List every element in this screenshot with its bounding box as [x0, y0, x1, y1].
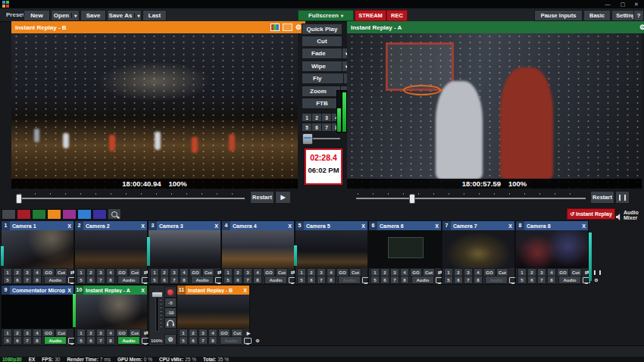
color-bars-icon[interactable] [270, 23, 280, 31]
help-button[interactable]: ? [633, 10, 644, 21]
bus-7-button[interactable]: 7 [96, 276, 105, 284]
bus-7-button[interactable]: 7 [464, 276, 473, 284]
preview-a-scrub-handle[interactable] [409, 194, 415, 204]
bus-5-button[interactable]: 5 [179, 336, 188, 345]
preset-save-as-button[interactable]: Save As▾ [107, 10, 142, 21]
color-swatch[interactable] [47, 209, 61, 220]
input-thumbnail[interactable] [222, 230, 294, 268]
close-input-button[interactable]: X [212, 223, 220, 229]
input-thumbnail[interactable] [516, 230, 588, 268]
bus-8-button[interactable]: 8 [106, 336, 115, 345]
input-tile-header[interactable]: 5 Camera 5 X [295, 221, 367, 230]
audio-button[interactable]: Audio [117, 336, 140, 345]
audio-button[interactable]: Audio [264, 276, 287, 284]
bus-5-button[interactable]: 5 [517, 276, 527, 284]
bus-5-button[interactable]: 5 [3, 336, 12, 345]
bus-6-button[interactable]: 6 [13, 276, 22, 284]
close-input-button[interactable]: X [139, 288, 147, 293]
bus-8-button[interactable]: 8 [253, 276, 262, 284]
bus-8-button[interactable]: 8 [33, 336, 42, 345]
input-gear-button[interactable]: ⚙ [592, 276, 601, 284]
bus-5-button[interactable]: 5 [297, 276, 306, 284]
preview-a-restart-button[interactable]: Restart [590, 191, 614, 204]
input-tile-8[interactable]: 8 Camera 8 X 1234GOCut⇄ 5678Audio⚙ [515, 220, 589, 285]
bus-6-button[interactable]: 6 [189, 336, 198, 345]
transition-tbar-track[interactable] [313, 138, 340, 139]
preview-a-pause-button[interactable] [615, 191, 630, 204]
color-swatch[interactable] [62, 209, 77, 220]
instant-replay-button[interactable]: ↺Instant Replay [567, 208, 615, 220]
audio-button[interactable]: Audio [411, 276, 434, 284]
color-swatch[interactable] [77, 209, 92, 220]
input-tile-header[interactable]: 6 Camera 6 X [369, 221, 441, 230]
close-input-button[interactable]: X [286, 223, 294, 229]
replay-camera-1-button[interactable]: 1 [302, 113, 312, 122]
bus-7-button[interactable]: 7 [243, 276, 252, 284]
input-tile-10[interactable]: 10 Instant Replay - A X 1234GOCut⇄ 5678A… [74, 285, 148, 346]
bus-8-button[interactable]: 8 [208, 336, 217, 345]
bus-5-button[interactable]: 5 [444, 276, 453, 284]
minus-5db-button[interactable]: -5 [164, 298, 177, 307]
master-fader-handle[interactable] [152, 292, 163, 298]
bus-5-button[interactable]: 5 [370, 276, 380, 284]
input-tile-9[interactable]: 9 Commentator Microphone X 1234GOCut 567… [1, 285, 74, 346]
bus-7-button[interactable]: 7 [23, 276, 32, 284]
bus-6-button[interactable]: 6 [86, 276, 95, 284]
close-input-button[interactable]: X [433, 223, 441, 229]
replay-camera-2-button[interactable]: 2 [311, 113, 322, 122]
bus-6-button[interactable]: 6 [86, 336, 95, 345]
bus-6-button[interactable]: 6 [160, 276, 169, 284]
input-tile-header[interactable]: 7 Camera 7 X [442, 221, 514, 230]
input-thumbnail[interactable] [2, 295, 73, 329]
bus-8-button[interactable]: 8 [474, 276, 483, 284]
audio-button[interactable]: Audio [485, 276, 508, 284]
preview-b-video[interactable]: 18:00:40.94 100% [11, 33, 298, 189]
bus-5-button[interactable]: 5 [3, 276, 12, 284]
bus-8-button[interactable]: 8 [33, 276, 42, 284]
pause-inputs-button[interactable]: Pause Inputs [534, 10, 583, 21]
replay-camera-3-button[interactable]: 3 [321, 113, 332, 122]
input-tile-header[interactable]: 9 Commentator Microphone X [2, 286, 73, 295]
input-tile-7[interactable]: 7 Camera 7 X 1234GOCut 5678Audio⚙ [442, 220, 515, 285]
bus-8-button[interactable]: 8 [327, 276, 336, 284]
preset-open-button[interactable]: Open▾ [51, 10, 80, 21]
preview-b-gear-icon[interactable]: ⚙ [295, 23, 302, 31]
bus-8-button[interactable]: 8 [180, 276, 189, 284]
input-tile-6[interactable]: 6 Camera 6 X 1234GOCut⇄▶ 5678Audio⚙ [368, 220, 442, 285]
input-thumbnail[interactable] [442, 230, 514, 268]
input-tile-header[interactable]: 10 Instant Replay - A X [75, 286, 147, 295]
fade-transition-button[interactable]: Fade▾ [302, 48, 352, 59]
master-audio-button[interactable] [164, 286, 177, 298]
preview-b-scrub-track[interactable] [18, 198, 245, 199]
preset-new-button[interactable]: New [23, 10, 50, 21]
input-thumbnail[interactable] [177, 295, 249, 329]
bus-6-button[interactable]: 6 [307, 276, 316, 284]
bus-7-button[interactable]: 7 [317, 276, 326, 284]
bus-5-button[interactable]: 5 [77, 336, 86, 345]
rec-indicator-button[interactable]: REC [386, 10, 408, 21]
minus-10db-button[interactable]: -10 [164, 307, 177, 317]
preview-b-scrub-handle[interactable] [16, 194, 22, 204]
window-minimize-button[interactable]: — [602, 0, 614, 8]
bus-8-button[interactable]: 8 [547, 276, 556, 284]
camera-icon[interactable] [283, 23, 292, 31]
audio-button[interactable]: Audio [191, 276, 214, 284]
quick-play-button[interactable]: Quick Play [302, 23, 342, 35]
replay-camera-5-button[interactable]: 5 [302, 123, 312, 132]
preview-a-video[interactable]: 18:00:57.59 100% [347, 33, 642, 189]
preview-a-scrub-track[interactable] [356, 198, 586, 199]
close-input-button[interactable]: X [506, 223, 514, 229]
close-input-button[interactable]: X [359, 223, 367, 229]
speaker-icon[interactable] [616, 210, 623, 223]
bus-7-button[interactable]: 7 [390, 276, 399, 284]
input-tile-2[interactable]: 2 Camera 2 X 1234GOCut⇄ 5678Audio⚙ [74, 220, 148, 285]
bus-6-button[interactable]: 6 [380, 276, 389, 284]
master-audio-gear-button[interactable]: ⚙ [164, 334, 177, 345]
audio-button[interactable]: Audio [338, 276, 361, 284]
bus-7-button[interactable]: 7 [170, 276, 179, 284]
input-tile-header[interactable]: 8 Camera 8 X [516, 221, 588, 230]
transition-tbar-handle[interactable] [302, 133, 313, 145]
wipe-transition-button[interactable]: Wipe▾ [302, 61, 352, 72]
input-thumbnail[interactable] [75, 295, 147, 329]
input-thumbnail[interactable] [295, 230, 367, 268]
